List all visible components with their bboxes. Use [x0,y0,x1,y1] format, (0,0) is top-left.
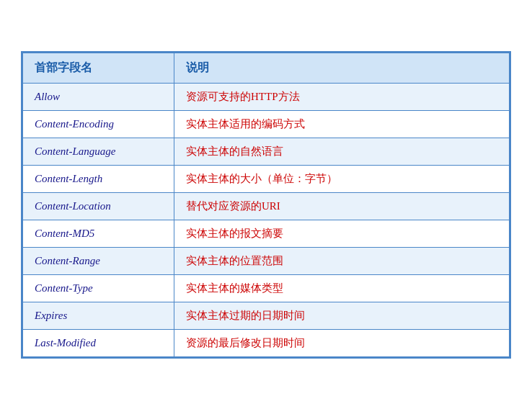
field-name-cell: Content-Language [23,138,174,165]
description-cell: 实体主体的自然语言 [174,138,510,165]
description-cell: 实体主体的位置范围 [174,247,510,274]
field-name-cell: Expires [23,302,174,329]
table-row: Content-Range实体主体的位置范围 [23,247,510,274]
description-cell: 实体主体适用的编码方式 [174,110,510,138]
table-row: Content-Length实体主体的大小（单位：字节） [23,165,510,192]
field-name-header: 首部字段名 [23,53,174,83]
table-row: Content-MD5实体主体的报文摘要 [23,220,510,247]
table-row: Content-Encoding实体主体适用的编码方式 [23,110,510,138]
description-cell: 资源可支持的HTTP方法 [174,83,510,110]
description-cell: 资源的最后修改日期时间 [174,329,510,356]
http-headers-table: 首部字段名 说明 Allow资源可支持的HTTP方法Content-Encodi… [22,53,510,357]
table-row: Content-Language实体主体的自然语言 [23,138,510,165]
field-name-cell: Content-Encoding [23,110,174,138]
table-row: Allow资源可支持的HTTP方法 [23,83,510,110]
field-name-cell: Allow [23,83,174,110]
field-name-cell: Content-Type [23,274,174,302]
field-name-cell: Last-Modified [23,329,174,356]
main-table-container: 首部字段名 说明 Allow资源可支持的HTTP方法Content-Encodi… [21,51,511,359]
table-row: Content-Type实体主体的媒体类型 [23,274,510,302]
table-row: Content-Location替代对应资源的URI [23,192,510,220]
table-body: Allow资源可支持的HTTP方法Content-Encoding实体主体适用的… [23,83,510,356]
table-header-row: 首部字段名 说明 [23,53,510,83]
table-row: Last-Modified资源的最后修改日期时间 [23,329,510,356]
description-cell: 实体主体的大小（单位：字节） [174,165,510,192]
description-cell: 实体主体的媒体类型 [174,274,510,302]
field-name-cell: Content-Location [23,192,174,220]
description-header: 说明 [174,53,510,83]
description-cell: 实体主体过期的日期时间 [174,302,510,329]
table-row: Expires实体主体过期的日期时间 [23,302,510,329]
field-name-cell: Content-Range [23,247,174,274]
field-name-cell: Content-MD5 [23,220,174,247]
field-name-cell: Content-Length [23,165,174,192]
description-cell: 替代对应资源的URI [174,192,510,220]
description-cell: 实体主体的报文摘要 [174,220,510,247]
